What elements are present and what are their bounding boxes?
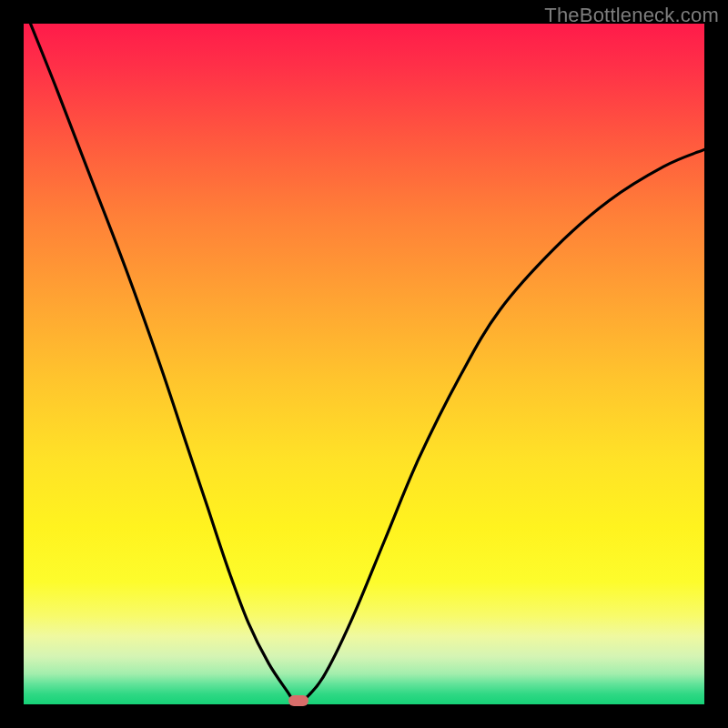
curve-line bbox=[24, 24, 704, 704]
bottleneck-marker bbox=[288, 695, 308, 706]
chart-frame bbox=[24, 24, 704, 704]
